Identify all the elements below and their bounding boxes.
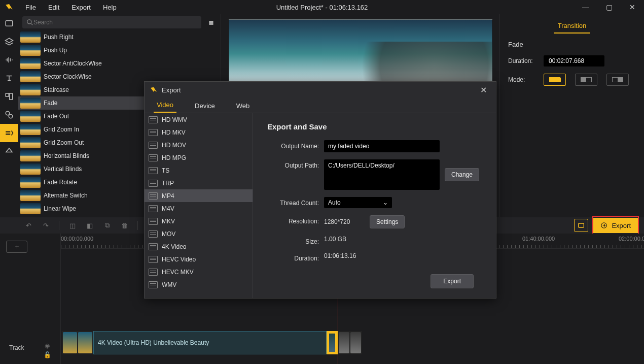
dialog-export-button[interactable]: Export <box>431 274 474 288</box>
format-name: HD WMV <box>162 116 187 123</box>
format-name: MP4 <box>162 192 174 200</box>
format-icon <box>149 142 158 149</box>
format-item[interactable]: M4V <box>145 202 253 215</box>
transition-name: Push Up <box>44 47 67 54</box>
format-icon <box>149 129 158 136</box>
format-list[interactable]: HD WMVHD MKVHD MOVHD MPGTSTRPMP4M4VMKVMO… <box>145 113 253 298</box>
format-icon <box>149 116 158 123</box>
transition-thumb <box>20 84 41 95</box>
clip-transition-marker[interactable] <box>327 331 338 354</box>
transition-item[interactable]: Push Right <box>18 30 221 44</box>
dialog-tab-web[interactable]: Web <box>233 102 253 113</box>
mode-option-prefix[interactable] <box>575 74 597 86</box>
track-visibility-icon[interactable]: ◉ <box>43 342 52 349</box>
transition-name: Fade Out <box>44 113 69 120</box>
format-item[interactable]: HEVC Video <box>145 253 253 266</box>
menu-file[interactable]: File <box>20 2 41 13</box>
rail-layers-icon[interactable] <box>0 32 18 51</box>
minimize-button[interactable]: — <box>574 0 597 14</box>
format-name: HEVC Video <box>162 256 196 263</box>
marker-icon[interactable]: ◧ <box>85 220 95 230</box>
change-path-button[interactable]: Change <box>445 168 479 181</box>
format-name: 4K Video <box>162 243 187 250</box>
svg-point-3 <box>6 111 10 115</box>
format-item[interactable]: TS <box>145 164 253 177</box>
search-input[interactable] <box>33 19 197 26</box>
search-input-wrap[interactable] <box>22 16 201 28</box>
format-item[interactable]: HD WMV <box>145 113 253 126</box>
mode-option-overlap[interactable] <box>544 74 566 86</box>
properties-panel: Transition Fade Duration: 00:02:07.668 M… <box>499 14 644 217</box>
preview-canvas[interactable] <box>229 19 492 82</box>
menu-export[interactable]: Export <box>66 2 96 13</box>
crop-icon[interactable]: ◫ <box>67 220 78 230</box>
transition-item[interactable]: Sector AntiClockWise <box>18 57 221 70</box>
format-icon <box>149 218 158 225</box>
thread-count-select[interactable]: Auto⌄ <box>324 197 392 208</box>
export-button[interactable]: Export <box>592 218 639 233</box>
settings-button[interactable]: Settings <box>370 215 405 228</box>
output-path-label: Output Path: <box>267 159 319 169</box>
format-name: TRP <box>162 180 174 187</box>
format-name: HD MPG <box>162 154 186 161</box>
format-item[interactable]: MOV <box>145 227 253 240</box>
redo-icon[interactable]: ↷ <box>41 220 51 230</box>
rail-audio-icon[interactable] <box>0 51 18 69</box>
track-lock-icon[interactable]: 🔓 <box>43 351 52 358</box>
format-item[interactable]: HD MKV <box>145 126 253 139</box>
dialog-tab-video[interactable]: Video <box>154 101 176 113</box>
transition-thumb <box>20 45 41 56</box>
format-item[interactable]: TRP <box>145 177 253 189</box>
maximize-button[interactable]: ▢ <box>597 0 621 14</box>
export-duration-label: Duration: <box>267 252 319 262</box>
format-item[interactable]: HEVC MKV <box>145 266 253 278</box>
duplicate-icon[interactable]: ⧉ <box>102 220 112 230</box>
transition-name: Linear Wipe <box>44 205 76 212</box>
format-name: HEVC MKV <box>162 269 194 276</box>
output-path-box[interactable]: C:/Users/DELL/Desktop/ <box>324 159 440 190</box>
export-duration-value: 01:06:13.16 <box>324 252 356 259</box>
aspect-ratio-button[interactable] <box>574 219 588 232</box>
format-item[interactable]: WMV <box>145 278 253 291</box>
window-controls: — ▢ ✕ <box>574 0 644 14</box>
rail-transition-icon[interactable] <box>0 124 18 142</box>
format-item[interactable]: 4K Video <box>145 240 253 253</box>
rail-effects-icon[interactable] <box>0 142 18 160</box>
rail-media-icon[interactable] <box>0 14 18 32</box>
transition-name: Grid Zoom In <box>44 126 79 133</box>
format-name: MOV <box>162 230 175 238</box>
format-item[interactable]: HD MOV <box>145 139 253 151</box>
output-name-input[interactable] <box>324 140 440 152</box>
format-icon <box>149 180 158 187</box>
undo-icon[interactable]: ↶ <box>23 220 33 230</box>
duration-input[interactable]: 00:02:07.668 <box>544 55 604 67</box>
tab-transition[interactable]: Transition <box>554 17 591 34</box>
close-button[interactable]: ✕ <box>621 0 644 14</box>
menu-help[interactable]: Help <box>98 2 122 13</box>
format-icon <box>149 154 158 161</box>
rail-elements-icon[interactable] <box>0 106 18 124</box>
delete-icon[interactable]: 🗑 <box>119 220 129 230</box>
resolution-label: Resolution: <box>267 215 319 225</box>
dialog-close-icon[interactable]: ✕ <box>476 83 491 97</box>
svg-rect-1 <box>6 93 9 96</box>
format-item[interactable]: MP4 <box>145 189 253 202</box>
format-icon <box>149 269 158 276</box>
rail-text-icon[interactable] <box>0 69 18 87</box>
transition-item[interactable]: Push Up <box>18 44 221 57</box>
menu-edit[interactable]: Edit <box>43 2 64 13</box>
mode-label: Mode: <box>508 76 539 83</box>
mode-option-suffix[interactable] <box>606 74 629 86</box>
format-item[interactable]: MKV <box>145 215 253 227</box>
menu-bar: File Edit Export Help <box>18 2 122 13</box>
add-track-button[interactable]: ＋ <box>6 241 27 253</box>
duration-label: Duration: <box>508 57 539 64</box>
format-item[interactable]: HD MPG <box>145 151 253 164</box>
timeline-clip[interactable]: 4K Video (Ultra HD) Unbelievable Beauty <box>62 331 362 354</box>
thread-count-label: Thread Count: <box>267 197 319 207</box>
rail-layout-icon[interactable] <box>0 87 18 106</box>
list-view-toggle-icon[interactable]: ≣ <box>205 17 217 28</box>
transition-name: Alternate Switch <box>44 192 88 199</box>
size-value: 1.00 GB <box>324 236 346 243</box>
dialog-tab-device[interactable]: Device <box>192 102 218 113</box>
